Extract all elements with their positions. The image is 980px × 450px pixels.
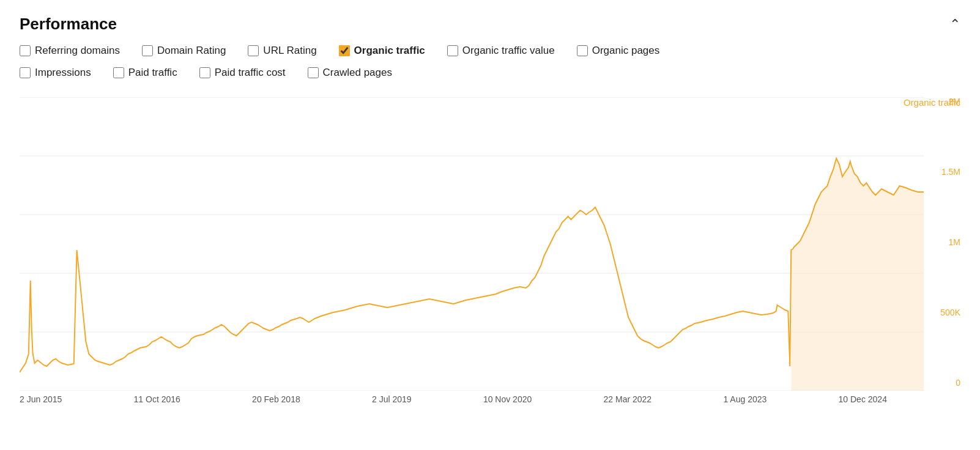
checkbox-label-organic-pages: Organic pages [592,45,660,57]
checkbox-organic-pages[interactable] [577,45,588,56]
checkbox-label-organic-traffic: Organic traffic [354,45,425,57]
x-label: 20 Feb 2018 [252,394,300,404]
performance-chart [20,97,924,391]
checkbox-label-crawled-pages: Crawled pages [323,67,392,79]
y-label: 500K [940,308,960,317]
y-label: 1M [949,238,960,246]
collapse-icon[interactable]: ⌃ [949,17,960,32]
checkbox-item-impressions[interactable]: Impressions [20,67,91,79]
x-axis: 2 Jun 201511 Oct 201620 Feb 20182 Jul 20… [20,391,924,404]
checkbox-label-url-rating: URL Rating [263,45,316,57]
page-title: Performance [20,15,117,34]
checkbox-paid-traffic-cost[interactable] [199,67,210,78]
y-label: 0 [956,378,960,387]
x-label: 2 Jun 2015 [20,394,62,404]
checkbox-item-organic-traffic[interactable]: Organic traffic [339,45,425,57]
x-label: 10 Dec 2024 [839,394,887,404]
checkbox-referring-domains[interactable] [20,45,31,56]
checkbox-row-2: ImpressionsPaid trafficPaid traffic cost… [20,67,960,85]
x-label: 2 Jul 2019 [372,394,412,404]
checkbox-label-paid-traffic: Paid traffic [128,67,177,79]
x-label: 11 Oct 2016 [134,394,180,404]
checkbox-url-rating[interactable] [248,45,259,56]
checkbox-label-domain-rating: Domain Rating [157,45,226,57]
checkbox-item-paid-traffic[interactable]: Paid traffic [113,67,177,79]
checkbox-item-domain-rating[interactable]: Domain Rating [142,45,226,57]
x-label: 10 Nov 2020 [483,394,532,404]
chart-container: Organic traffic 2 Jun 201511 Oct 201620 … [20,97,960,404]
checkbox-label-paid-traffic-cost: Paid traffic cost [215,67,286,79]
checkbox-item-crawled-pages[interactable]: Crawled pages [308,67,392,79]
chart-svg-area: 2 Jun 201511 Oct 201620 Feb 20182 Jul 20… [20,97,924,404]
checkbox-impressions[interactable] [20,67,31,78]
checkbox-label-impressions: Impressions [35,67,91,79]
checkbox-item-url-rating[interactable]: URL Rating [248,45,316,57]
checkbox-domain-rating[interactable] [142,45,153,56]
checkbox-organic-traffic-value[interactable] [447,45,458,56]
checkbox-item-organic-traffic-value[interactable]: Organic traffic value [447,45,555,57]
checkbox-item-organic-pages[interactable]: Organic pages [577,45,660,57]
checkbox-label-referring-domains: Referring domains [35,45,120,57]
checkbox-row-1: Referring domainsDomain RatingURL Rating… [20,45,960,63]
checkbox-crawled-pages[interactable] [308,67,319,78]
y-axis: 2M1.5M1M500K0 [924,97,960,404]
svg-marker-6 [791,158,924,391]
checkbox-organic-traffic[interactable] [339,45,350,56]
checkbox-item-referring-domains[interactable]: Referring domains [20,45,120,57]
x-label: 1 Aug 2023 [723,394,767,404]
checkbox-paid-traffic[interactable] [113,67,124,78]
checkbox-label-organic-traffic-value: Organic traffic value [462,45,555,57]
x-label: 22 Mar 2022 [604,394,652,404]
checkbox-item-paid-traffic-cost[interactable]: Paid traffic cost [199,67,286,79]
y-label: 1.5M [941,168,960,176]
